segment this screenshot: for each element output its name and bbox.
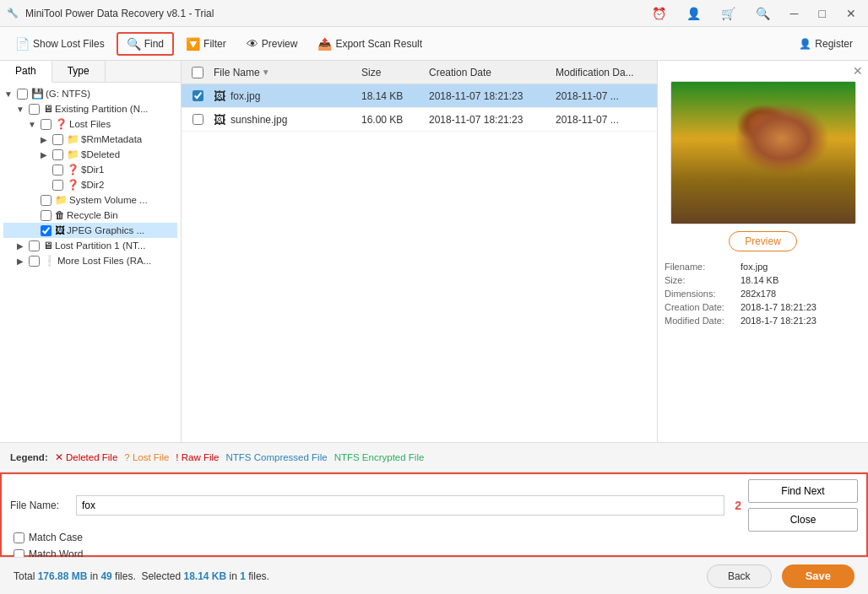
show-lost-files-icon: 📄 [15,37,30,51]
check-sunshine[interactable] [193,114,203,125]
preview-action-button[interactable]: Preview [729,231,797,251]
expand-deleted[interactable]: ▶ [39,149,49,159]
sunshine-created-col: 2018-11-07 18:21:23 [426,114,552,126]
tree-item-system-volume[interactable]: ▶ 📁 System Volume ... [3,192,177,208]
expand-rmmetadata[interactable]: ▶ [39,134,49,144]
tree-item-lost-partition[interactable]: ▶ 🖥 Lost Partition 1 (NT... [3,238,177,253]
tree-item-dir1[interactable]: ▶ ❓ $Dir1 [3,162,177,177]
close-search-button[interactable]: Close [748,508,858,532]
fox-created-col: 2018-11-07 18:21:23 [426,90,552,102]
legend-bar: Legend: ✕ Deleted File ? Lost File ! Raw… [0,442,868,472]
expand-root[interactable]: ▼ [3,89,14,99]
header-size[interactable]: Size [358,67,426,78]
preview-toolbar-button[interactable]: 👁 Preview [238,34,307,54]
check-recycle-bin[interactable] [41,210,52,221]
close-button[interactable]: ✕ [841,5,861,22]
image-icon-jpeg: 🖼 [55,224,65,236]
preview-image [670,81,856,224]
file-row-fox[interactable]: 🖼 fox.jpg 18.14 KB 2018-11-07 18:21:23 2… [182,84,657,108]
title-bar-left: 🔧 MiniTool Power Data Recovery v8.1 - Tr… [7,8,214,19]
file-info: Filename: fox.jpg Size: 18.14 KB Dimensi… [665,262,861,329]
partition-icon-lost: 🖥 [43,240,53,251]
header-name[interactable]: File Name ▼ [210,67,358,78]
check-root[interactable] [17,89,28,100]
toolbar: 📄 Show Lost Files 🔍 Find 🔽 Filter 👁 Prev… [0,27,868,61]
tree-item-jpeg-graphics[interactable]: ▶ 🖼 JPEG Graphics ... [3,223,177,238]
preview-panel: ✕ Preview Filename: fox.jpg Size: 18.14 … [657,61,868,442]
filter-button[interactable]: 🔽 Filter [177,34,235,54]
tab-type[interactable]: Type [52,61,106,82]
expand-partition[interactable]: ▼ [15,104,25,114]
find-icon: 🔍 [127,37,141,51]
check-jpeg[interactable] [41,225,52,236]
tree-root[interactable]: ▼ 💾 (G: NTFS) [3,86,177,101]
app-title: MiniTool Power Data Recovery v8.1 - Tria… [25,8,214,19]
maximize-button[interactable]: □ [814,5,831,22]
check-deleted[interactable] [52,149,63,160]
check-dir1[interactable] [52,165,63,176]
expand-lost-partition[interactable]: ▶ [15,240,25,251]
search-icon[interactable]: 🔍 [751,5,775,22]
filter-icon: 🔽 [186,37,200,51]
minimize-button[interactable]: ─ [785,5,804,22]
expand-lost-files[interactable]: ▼ [27,119,37,129]
app-logo: 🔧 [7,8,19,19]
register-button[interactable]: 👤 Register [790,35,861,53]
show-lost-files-button[interactable]: 📄 Show Lost Files [7,34,113,54]
question-icon-dir1: ❓ [67,164,79,176]
info-row-filename: Filename: fox.jpg [665,262,861,272]
search-number-badge: 2 [735,499,741,512]
match-case-label[interactable]: Match Case [14,532,858,543]
expand-more-lost[interactable]: ▶ [15,256,25,266]
sunshine-modified-col: 2018-11-07 ... [552,114,654,126]
search-input[interactable] [76,495,724,516]
check-fox[interactable] [193,90,203,101]
check-system-volume[interactable] [41,195,52,206]
account-icon[interactable]: 👤 [681,5,706,22]
check-lost-files[interactable] [41,119,52,130]
tab-bar: Path Type [0,61,181,83]
header-created[interactable]: Creation Date [426,67,552,78]
check-more-lost[interactable] [29,256,40,267]
find-button[interactable]: 🔍 Find [117,32,174,56]
tree-item-existing-partition[interactable]: ▼ 🖥 Existing Partition (N... [3,101,177,116]
close-preview-button[interactable]: ✕ [853,64,863,78]
save-button[interactable]: Save [782,564,854,588]
check-existing-partition[interactable] [29,104,40,115]
partition-icon: 🖥 [43,103,53,115]
export-scan-result-button[interactable]: 📤 Export Scan Result [309,34,431,54]
tree-item-lost-files[interactable]: ▼ ❓ Lost Files [3,116,177,132]
tree-item-recycle-bin[interactable]: ▶ 🗑 Recycle Bin [3,208,177,223]
back-button[interactable]: Back [707,564,772,588]
tree-item-deleted[interactable]: ▶ 📁 $Deleted [3,147,177,162]
tab-path[interactable]: Path [0,61,52,83]
search-options: Match Case Match Word [10,532,858,560]
search-buttons: Find Next Close [748,479,858,532]
find-next-button[interactable]: Find Next [748,479,858,503]
status-buttons: Back Save [707,564,854,588]
check-dir2[interactable] [52,180,63,191]
select-all-checkbox[interactable] [192,67,203,78]
search-panel: File Name: 2 Find Next Close Match Case … [0,472,868,557]
check-lost-partition[interactable] [29,240,40,251]
export-icon: 📤 [317,37,332,51]
info-row-creation: Creation Date: 2018-1-7 18:21:23 [665,302,861,312]
tree-item-more-lost[interactable]: ▶ ❕ More Lost Files (RA... [3,253,177,268]
check-fox-col [185,90,210,101]
fox-modified-col: 2018-11-07 ... [552,90,654,102]
jpg-icon-fox: 🖼 [214,89,225,103]
cart-icon[interactable]: 🛒 [716,5,741,22]
exclamation-icon-more: ❕ [43,255,56,267]
help-icon[interactable]: ⏰ [647,5,671,22]
sunshine-name-col: 🖼 sunshine.jpg [210,113,358,127]
match-case-checkbox[interactable] [14,532,24,543]
header-modified[interactable]: Modification Da... [552,67,654,78]
file-rows: 🖼 fox.jpg 18.14 KB 2018-11-07 18:21:23 2… [182,84,657,442]
fox-name-col: 🖼 fox.jpg [210,89,358,103]
tree-item-dir2[interactable]: ▶ ❓ $Dir2 [3,177,177,192]
file-list-header: File Name ▼ Size Creation Date Modificat… [182,61,657,84]
tree-item-rmmetadata[interactable]: ▶ 📁 $RmMetadata [3,132,177,147]
check-rmmetadata[interactable] [52,134,63,145]
search-input-row: File Name: 2 Find Next Close [10,479,858,532]
file-row-sunshine[interactable]: 🖼 sunshine.jpg 16.00 KB 2018-11-07 18:21… [182,108,657,132]
